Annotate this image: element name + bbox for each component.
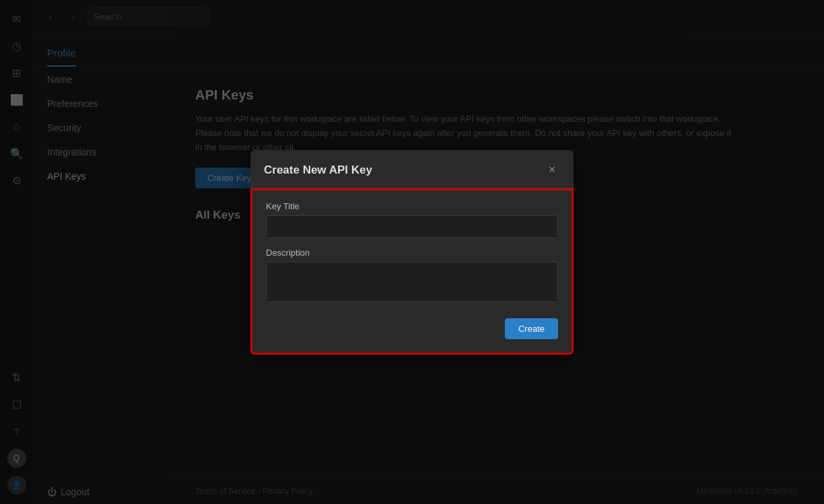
key-title-label: Key Title [266,201,558,211]
modal-overlay[interactable]: Create New API Key × Key Title Descripti… [0,0,824,504]
modal: Create New API Key × Key Title Descripti… [250,150,574,355]
modal-title: Create New API Key [264,164,372,177]
description-label: Description [266,248,558,258]
modal-body: Key Title Description Create [250,188,574,355]
modal-close-button[interactable]: × [544,162,560,178]
key-title-input[interactable] [266,215,558,238]
create-button[interactable]: Create [505,318,558,339]
modal-header: Create New API Key × [250,150,574,188]
description-input[interactable] [266,262,558,302]
modal-footer: Create [266,314,558,339]
